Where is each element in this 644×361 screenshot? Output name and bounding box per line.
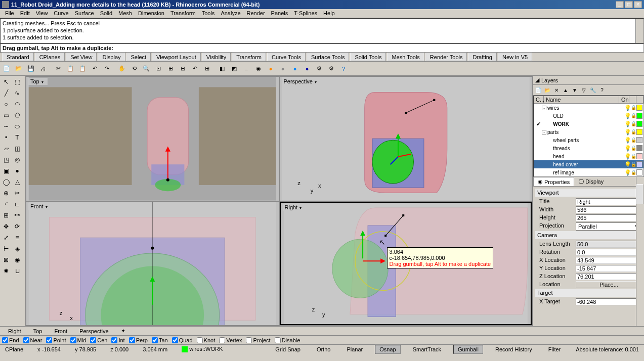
properties-icon[interactable]: ◉	[253, 63, 264, 74]
tab-display[interactable]: 🖵Display	[574, 177, 608, 186]
tab-transform[interactable]: Transform	[232, 53, 266, 61]
tab-solid-tools[interactable]: Solid Tools	[350, 53, 386, 61]
curve-icon[interactable]: ∼	[1, 121, 11, 131]
move-icon[interactable]: ✥	[1, 221, 11, 232]
copy-icon[interactable]: 📋	[65, 63, 76, 74]
toggle-gridsnap[interactable]: Grid Snap	[271, 345, 305, 353]
osnap-end[interactable]: End	[2, 337, 19, 343]
viewport-front[interactable]: Front z x	[26, 202, 279, 326]
grid-icon[interactable]: ⊞	[201, 63, 212, 74]
toggle-gumball[interactable]: Gumball	[453, 345, 483, 354]
menu-mesh[interactable]: Mesh	[115, 9, 135, 18]
move-up-icon[interactable]: ▲	[562, 86, 570, 94]
new-sublayer-icon[interactable]: 📂	[543, 86, 551, 94]
lightbulb-icon[interactable]: 💡	[624, 161, 630, 168]
menu-transform[interactable]: Transform	[167, 9, 199, 18]
layer-name[interactable]: wheel parts	[542, 138, 624, 143]
lock-icon[interactable]: 🔓	[630, 129, 636, 134]
polygon-icon[interactable]: ⬠	[12, 110, 22, 120]
undo-icon[interactable]: ↶	[89, 63, 100, 74]
tab-cplanes[interactable]: CPlanes	[35, 53, 65, 61]
lock-icon[interactable]: 🔒	[630, 170, 636, 175]
viewport-label-perspective[interactable]: Perspective	[282, 78, 321, 85]
tab-select[interactable]: Select	[126, 53, 151, 61]
layer-color-swatch[interactable]	[636, 121, 642, 127]
tab-properties[interactable]: ◉Properties	[533, 177, 574, 186]
value-height[interactable]: 265	[576, 214, 642, 221]
layers-panel-header[interactable]: ◢ Layers	[533, 76, 644, 85]
join-icon[interactable]: ⊔	[12, 266, 22, 276]
cylinder-icon[interactable]: ◯	[1, 177, 11, 187]
setview-icon[interactable]: ◩	[229, 63, 240, 74]
lightbulb-icon[interactable]: 💡	[624, 145, 630, 152]
menu-render[interactable]: Render	[244, 9, 268, 18]
close-button[interactable]: ×	[634, 1, 642, 8]
lasso-icon[interactable]: ⬚	[12, 77, 22, 87]
loft-icon[interactable]: ◫	[12, 144, 22, 154]
arrow-icon[interactable]: ↖	[1, 77, 11, 87]
command-prompt[interactable]: Drag gumball, tap Alt to make a duplicat…	[0, 43, 644, 53]
col-name[interactable]: Name	[544, 96, 619, 103]
options-icon[interactable]: ⚙	[314, 63, 325, 74]
circle-icon[interactable]: ○	[1, 99, 11, 109]
tab-viewport-layout[interactable]: Viewport Layout	[152, 53, 201, 61]
layer-name[interactable]: -wires	[542, 105, 624, 111]
value-rotation[interactable]: 0.0	[576, 249, 642, 256]
viewport-perspective[interactable]: Perspective z y x	[280, 77, 532, 201]
align-icon[interactable]: ≡	[12, 233, 22, 243]
layer-row[interactable]: ref image 💡 🔒	[534, 168, 643, 176]
osnap-near[interactable]: Near	[23, 337, 42, 343]
save-icon[interactable]: 💾	[25, 63, 36, 74]
gear-icon[interactable]: ⚙	[326, 63, 337, 74]
layer-row[interactable]: wheel parts 💡 🔓	[534, 136, 643, 144]
lock-icon[interactable]: 🔓	[630, 113, 636, 118]
new-layer-icon[interactable]: 📄	[534, 86, 542, 94]
menu-analyze[interactable]: Analyze	[218, 9, 243, 18]
layer-row[interactable]: head 💡 🔓	[534, 152, 643, 160]
lightbulb-icon[interactable]: 💡	[624, 121, 630, 127]
osnap-quad[interactable]: Quad	[172, 337, 193, 343]
osnap-tan[interactable]: Tan	[152, 337, 168, 343]
layer-name[interactable]: threads	[542, 146, 624, 151]
zoom-extents-icon[interactable]: ⊡	[153, 63, 164, 74]
polyline-icon[interactable]: ∿	[12, 88, 22, 98]
lock-icon[interactable]: 🔓	[630, 146, 636, 151]
menu-solid[interactable]: Solid	[97, 9, 115, 18]
rotate-icon[interactable]: ⟲	[128, 63, 140, 74]
layer-row[interactable]: head cover 💡 🔓	[534, 160, 643, 168]
tab-new-v5[interactable]: New in V5	[498, 53, 532, 61]
menu-panels[interactable]: Panels	[268, 9, 291, 18]
render2-icon[interactable]: ◉	[12, 255, 22, 265]
tab-mesh-tools[interactable]: Mesh Tools	[387, 53, 424, 61]
layer-color-swatch[interactable]	[636, 145, 642, 151]
minimize-button[interactable]: _	[616, 1, 624, 8]
lightbulb-icon[interactable]: 💡	[624, 137, 630, 144]
help-icon[interactable]: ?	[598, 86, 606, 94]
osnap-project[interactable]: Project	[246, 337, 270, 343]
tab-curve-tools[interactable]: Curve Tools	[267, 53, 306, 61]
col-on[interactable]: On	[619, 96, 629, 103]
filter-icon[interactable]: ▽	[580, 86, 588, 94]
vptab-right[interactable]: Right	[2, 327, 27, 335]
layer-row[interactable]: ✔ WORK 💡 🔓	[534, 120, 643, 128]
pan-icon[interactable]: ✋	[116, 63, 127, 74]
box-icon[interactable]: ▣	[1, 166, 11, 176]
place-button[interactable]: Place...	[576, 281, 642, 288]
layer-color-swatch[interactable]	[636, 137, 642, 143]
col-lock[interactable]	[629, 96, 636, 103]
layer-color-swatch[interactable]	[636, 129, 642, 135]
menu-dimension[interactable]: Dimension	[135, 9, 167, 18]
tab-standard[interactable]: Standard	[2, 53, 34, 61]
toggle-record[interactable]: Record History	[491, 345, 536, 353]
tab-render-tools[interactable]: Render Tools	[425, 53, 467, 61]
new-icon[interactable]: 📄	[1, 63, 12, 74]
ellipse-icon[interactable]: ⬭	[12, 121, 22, 131]
render-icon[interactable]: ●	[277, 63, 288, 74]
layer-row[interactable]: OLD 💡 🔓	[534, 112, 643, 120]
help-icon[interactable]: ?	[338, 63, 349, 74]
lock-icon[interactable]: 🔓	[630, 162, 636, 167]
zoom-selected-icon[interactable]: ⊟	[177, 63, 188, 74]
menu-tsplines[interactable]: T-Splines	[291, 9, 320, 18]
lightbulb-icon[interactable]: 💡	[624, 169, 630, 176]
menu-tools[interactable]: Tools	[199, 9, 218, 18]
